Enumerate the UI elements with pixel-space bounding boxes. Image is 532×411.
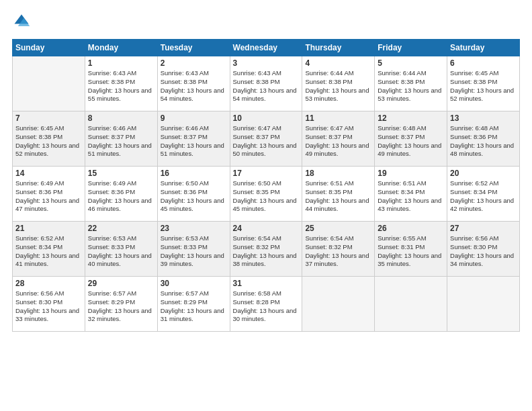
calendar-cell: 23Sunrise: 6:53 AMSunset: 8:33 PMDayligh… (157, 222, 230, 277)
day-number: 8 (88, 113, 154, 123)
cell-details: Sunrise: 6:58 AMSunset: 8:28 PMDaylight:… (233, 289, 300, 324)
calendar-cell (13, 56, 85, 111)
day-number: 12 (378, 113, 444, 123)
calendar-header-row: SundayMondayTuesdayWednesdayThursdayFrid… (13, 40, 520, 56)
calendar-week-row: 28Sunrise: 6:56 AMSunset: 8:30 PMDayligh… (13, 277, 520, 332)
cell-details: Sunrise: 6:47 AMSunset: 8:37 PMDaylight:… (305, 124, 371, 158)
cell-details: Sunrise: 6:53 AMSunset: 8:33 PMDaylight:… (161, 234, 227, 269)
calendar-cell: 21Sunrise: 6:52 AMSunset: 8:34 PMDayligh… (13, 222, 85, 277)
calendar-cell: 28Sunrise: 6:56 AMSunset: 8:30 PMDayligh… (13, 277, 85, 332)
cell-details: Sunrise: 6:56 AMSunset: 8:30 PMDaylight:… (450, 234, 517, 269)
day-header-wednesday: Wednesday (230, 40, 302, 56)
cell-details: Sunrise: 6:48 AMSunset: 8:36 PMDaylight:… (450, 124, 517, 158)
cell-details: Sunrise: 6:53 AMSunset: 8:33 PMDaylight:… (88, 234, 154, 269)
day-number: 29 (88, 279, 154, 288)
calendar-cell: 31Sunrise: 6:58 AMSunset: 8:28 PMDayligh… (230, 277, 302, 332)
calendar-cell: 3Sunrise: 6:43 AMSunset: 8:38 PMDaylight… (230, 56, 302, 111)
cell-details: Sunrise: 6:56 AMSunset: 8:30 PMDaylight:… (15, 289, 82, 324)
day-number: 28 (15, 279, 82, 288)
cell-details: Sunrise: 6:43 AMSunset: 8:38 PMDaylight:… (161, 69, 227, 103)
day-number: 18 (305, 169, 371, 178)
day-number: 19 (378, 169, 444, 178)
day-number: 26 (378, 224, 444, 233)
day-number: 1 (88, 58, 154, 68)
calendar-cell: 14Sunrise: 6:49 AMSunset: 8:36 PMDayligh… (13, 167, 85, 222)
calendar-cell: 1Sunrise: 6:43 AMSunset: 8:38 PMDaylight… (85, 56, 157, 111)
day-number: 4 (305, 58, 371, 68)
calendar-cell: 13Sunrise: 6:48 AMSunset: 8:36 PMDayligh… (447, 111, 520, 167)
cell-details: Sunrise: 6:51 AMSunset: 8:35 PMDaylight:… (305, 179, 371, 214)
calendar-cell: 12Sunrise: 6:48 AMSunset: 8:37 PMDayligh… (375, 111, 447, 167)
calendar-cell: 10Sunrise: 6:47 AMSunset: 8:37 PMDayligh… (230, 111, 302, 167)
logo-icon (12, 12, 31, 31)
day-number: 25 (305, 224, 371, 233)
cell-details: Sunrise: 6:54 AMSunset: 8:32 PMDaylight:… (305, 234, 371, 269)
day-header-friday: Friday (375, 40, 447, 56)
day-number: 11 (305, 113, 371, 123)
calendar-cell: 9Sunrise: 6:46 AMSunset: 8:37 PMDaylight… (157, 111, 230, 167)
calendar-week-row: 1Sunrise: 6:43 AMSunset: 8:38 PMDaylight… (13, 56, 520, 111)
day-number: 27 (450, 224, 517, 233)
cell-details: Sunrise: 6:43 AMSunset: 8:38 PMDaylight:… (88, 69, 154, 103)
day-number: 7 (15, 113, 82, 123)
day-number: 13 (450, 113, 517, 123)
calendar-week-row: 14Sunrise: 6:49 AMSunset: 8:36 PMDayligh… (13, 167, 520, 222)
day-number: 16 (161, 169, 227, 178)
cell-details: Sunrise: 6:45 AMSunset: 8:38 PMDaylight:… (15, 124, 82, 158)
calendar-cell: 6Sunrise: 6:45 AMSunset: 8:38 PMDaylight… (447, 56, 520, 111)
calendar-cell (302, 277, 375, 332)
calendar-cell: 27Sunrise: 6:56 AMSunset: 8:30 PMDayligh… (447, 222, 520, 277)
cell-details: Sunrise: 6:47 AMSunset: 8:37 PMDaylight:… (233, 124, 300, 158)
cell-details: Sunrise: 6:52 AMSunset: 8:34 PMDaylight:… (450, 179, 517, 214)
calendar-cell: 25Sunrise: 6:54 AMSunset: 8:32 PMDayligh… (302, 222, 375, 277)
logo (12, 12, 34, 31)
calendar-cell: 19Sunrise: 6:51 AMSunset: 8:34 PMDayligh… (375, 167, 447, 222)
page-container: SundayMondayTuesdayWednesdayThursdayFrid… (0, 0, 532, 338)
calendar-table: SundayMondayTuesdayWednesdayThursdayFrid… (12, 39, 520, 332)
cell-details: Sunrise: 6:43 AMSunset: 8:38 PMDaylight:… (233, 69, 300, 103)
day-header-monday: Monday (85, 40, 157, 56)
header (12, 12, 520, 31)
calendar-cell: 2Sunrise: 6:43 AMSunset: 8:38 PMDaylight… (157, 56, 230, 111)
day-number: 24 (233, 224, 300, 233)
day-header-thursday: Thursday (302, 40, 375, 56)
cell-details: Sunrise: 6:45 AMSunset: 8:38 PMDaylight:… (450, 69, 517, 103)
calendar-cell: 11Sunrise: 6:47 AMSunset: 8:37 PMDayligh… (302, 111, 375, 167)
calendar-cell: 18Sunrise: 6:51 AMSunset: 8:35 PMDayligh… (302, 167, 375, 222)
cell-details: Sunrise: 6:46 AMSunset: 8:37 PMDaylight:… (88, 124, 154, 158)
day-number: 3 (233, 58, 300, 68)
cell-details: Sunrise: 6:44 AMSunset: 8:38 PMDaylight:… (378, 69, 444, 103)
cell-details: Sunrise: 6:54 AMSunset: 8:32 PMDaylight:… (233, 234, 300, 269)
calendar-cell (375, 277, 447, 332)
calendar-cell: 8Sunrise: 6:46 AMSunset: 8:37 PMDaylight… (85, 111, 157, 167)
calendar-cell: 26Sunrise: 6:55 AMSunset: 8:31 PMDayligh… (375, 222, 447, 277)
calendar-cell: 5Sunrise: 6:44 AMSunset: 8:38 PMDaylight… (375, 56, 447, 111)
day-header-tuesday: Tuesday (157, 40, 230, 56)
cell-details: Sunrise: 6:51 AMSunset: 8:34 PMDaylight:… (378, 179, 444, 214)
day-number: 21 (15, 224, 82, 233)
day-number: 10 (233, 113, 300, 123)
calendar-cell: 16Sunrise: 6:50 AMSunset: 8:36 PMDayligh… (157, 167, 230, 222)
calendar-cell: 30Sunrise: 6:57 AMSunset: 8:29 PMDayligh… (157, 277, 230, 332)
calendar-cell: 4Sunrise: 6:44 AMSunset: 8:38 PMDaylight… (302, 56, 375, 111)
cell-details: Sunrise: 6:48 AMSunset: 8:37 PMDaylight:… (378, 124, 444, 158)
cell-details: Sunrise: 6:49 AMSunset: 8:36 PMDaylight:… (88, 179, 154, 214)
calendar-cell: 17Sunrise: 6:50 AMSunset: 8:35 PMDayligh… (230, 167, 302, 222)
day-number: 2 (161, 58, 227, 68)
calendar-cell: 29Sunrise: 6:57 AMSunset: 8:29 PMDayligh… (85, 277, 157, 332)
cell-details: Sunrise: 6:49 AMSunset: 8:36 PMDaylight:… (15, 179, 82, 214)
calendar-cell: 22Sunrise: 6:53 AMSunset: 8:33 PMDayligh… (85, 222, 157, 277)
day-number: 20 (450, 169, 517, 178)
day-number: 30 (161, 279, 227, 288)
day-number: 22 (88, 224, 154, 233)
cell-details: Sunrise: 6:52 AMSunset: 8:34 PMDaylight:… (15, 234, 82, 269)
day-number: 6 (450, 58, 517, 68)
cell-details: Sunrise: 6:57 AMSunset: 8:29 PMDaylight:… (88, 289, 154, 324)
calendar-cell: 24Sunrise: 6:54 AMSunset: 8:32 PMDayligh… (230, 222, 302, 277)
day-header-sunday: Sunday (13, 40, 85, 56)
day-number: 5 (378, 58, 444, 68)
cell-details: Sunrise: 6:50 AMSunset: 8:35 PMDaylight:… (233, 179, 300, 214)
calendar-week-row: 21Sunrise: 6:52 AMSunset: 8:34 PMDayligh… (13, 222, 520, 277)
day-number: 14 (15, 169, 82, 178)
calendar-cell: 20Sunrise: 6:52 AMSunset: 8:34 PMDayligh… (447, 167, 520, 222)
